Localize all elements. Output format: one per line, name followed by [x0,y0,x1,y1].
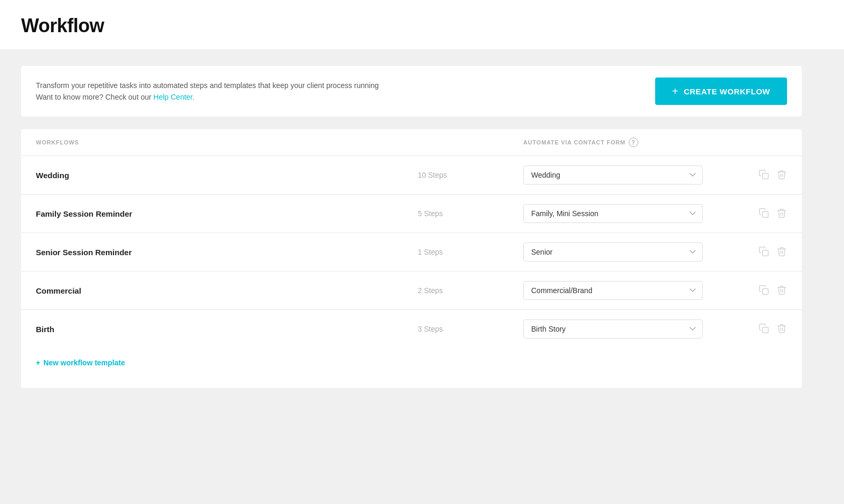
workflow-steps: 2 Steps [418,286,523,295]
workflow-contact-form-select[interactable]: Family, Mini Session Wedding Family Mini… [523,204,703,223]
workflow-rows: Wedding 10 Steps Wedding Wedding Family … [21,156,802,348]
copy-icon[interactable] [759,285,769,297]
workflows-panel: WORKFLOWS AUTOMATE VIA CONTACT FORM ? We… [21,129,802,388]
table-row: Commercial 2 Steps Commercial/Brand Wedd… [21,272,802,310]
svg-rect-0 [763,173,769,179]
workflow-steps: 10 Steps [418,171,523,179]
delete-icon[interactable] [776,246,787,258]
svg-rect-3 [763,288,769,294]
plus-icon: + [672,86,678,96]
delete-icon[interactable] [776,208,787,220]
page-title: Workflow [21,15,823,37]
workflow-select-wrapper: Senior Wedding Family Mini Session Senio… [523,243,724,261]
table-row: Birth 3 Steps Birth Story Wedding Family… [21,310,802,348]
delete-icon[interactable] [776,285,787,297]
svg-rect-1 [763,211,769,217]
workflow-actions [724,323,787,335]
workflow-actions [724,246,787,258]
delete-icon[interactable] [776,169,787,181]
info-text: Transform your repetitive tasks into aut… [36,80,379,103]
workflow-name: Wedding [36,171,418,180]
workflow-select-wrapper: Wedding Wedding Family Mini Session Seni… [523,166,724,185]
new-workflow-template-button[interactable]: + New workflow template [21,348,140,377]
workflow-contact-form-select[interactable]: Birth Story Wedding Family Mini Session … [523,319,703,338]
copy-icon[interactable] [759,169,769,181]
info-line1: Transform your repetitive tasks into aut… [36,80,379,91]
workflow-steps: 3 Steps [418,325,523,333]
workflow-contact-form-select[interactable]: Wedding Wedding Family Mini Session Seni… [523,166,703,185]
col-actions [724,138,787,147]
table-row: Senior Session Reminder 1 Steps Senior W… [21,233,802,272]
col-automate: AUTOMATE VIA CONTACT FORM ? [523,138,724,147]
col-steps [418,138,523,147]
info-line2: Want to know more? Check out our Help Ce… [36,91,379,103]
info-bar: Transform your repetitive tasks into aut… [21,66,802,117]
workflow-select-wrapper: Family, Mini Session Wedding Family Mini… [523,204,724,223]
copy-icon[interactable] [759,246,769,258]
delete-icon[interactable] [776,323,787,335]
workflow-name: Birth [36,325,418,334]
create-workflow-label: CREATE WORKFLOW [684,87,770,96]
help-icon[interactable]: ? [629,138,638,147]
workflow-select-wrapper: Commercial/Brand Wedding Family Mini Ses… [523,281,724,300]
workflow-name: Family Session Reminder [36,209,418,218]
page-header: Workflow [0,0,844,50]
workflow-contact-form-select[interactable]: Commercial/Brand Wedding Family Mini Ses… [523,281,703,300]
svg-rect-2 [763,250,769,256]
copy-icon[interactable] [759,323,769,335]
help-center-link[interactable]: Help Center. [154,93,195,101]
main-content: Transform your repetitive tasks into aut… [0,50,823,404]
workflow-steps: 1 Steps [418,248,523,256]
create-workflow-button[interactable]: + CREATE WORKFLOW [655,77,787,105]
workflow-actions [724,285,787,297]
table-header: WORKFLOWS AUTOMATE VIA CONTACT FORM ? [21,129,802,156]
workflow-steps: 5 Steps [418,209,523,218]
col-workflows: WORKFLOWS [36,138,418,147]
new-template-plus: + [36,358,40,367]
copy-icon[interactable] [759,208,769,220]
workflow-contact-form-select[interactable]: Senior Wedding Family Mini Session Senio… [523,243,703,261]
workflow-actions [724,169,787,181]
svg-rect-4 [763,327,769,333]
workflow-name: Senior Session Reminder [36,248,418,257]
workflow-select-wrapper: Birth Story Wedding Family Mini Session … [523,319,724,338]
workflow-actions [724,208,787,220]
new-template-label: New workflow template [43,358,125,367]
table-row: Family Session Reminder 5 Steps Family, … [21,195,802,233]
workflow-name: Commercial [36,286,418,295]
table-row: Wedding 10 Steps Wedding Wedding Family … [21,156,802,195]
